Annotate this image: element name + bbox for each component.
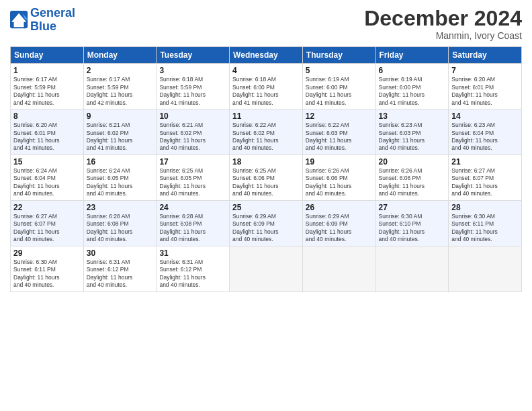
- calendar-cell-day-23: 23Sunrise: 6:28 AM Sunset: 6:08 PM Dayli…: [83, 200, 157, 246]
- empty-cell: [302, 246, 375, 291]
- day-info: Sunrise: 6:19 AM Sunset: 6:00 PM Dayligh…: [306, 76, 373, 107]
- month-title: December 2024: [364, 7, 522, 30]
- day-number: 19: [306, 157, 373, 167]
- calendar-cell-day-22: 22Sunrise: 6:27 AM Sunset: 6:07 PM Dayli…: [11, 200, 84, 246]
- logo-icon: [10, 11, 29, 30]
- logo-line1: General: [30, 6, 75, 19]
- calendar-cell-day-9: 9Sunrise: 6:21 AM Sunset: 6:02 PM Daylig…: [83, 109, 157, 155]
- calendar-cell-day-1: 1Sunrise: 6:17 AM Sunset: 5:59 PM Daylig…: [11, 64, 84, 109]
- title-block: December 2024 Manmin, Ivory Coast: [364, 7, 522, 41]
- day-number: 25: [232, 203, 300, 212]
- day-info: Sunrise: 6:30 AM Sunset: 6:11 PM Dayligh…: [451, 213, 519, 244]
- day-info: Sunrise: 6:29 AM Sunset: 6:09 PM Dayligh…: [306, 213, 373, 244]
- page: General Blue December 2024 Manmin, Ivory…: [0, 0, 532, 411]
- calendar-cell-day-28: 28Sunrise: 6:30 AM Sunset: 6:11 PM Dayli…: [449, 200, 522, 246]
- day-info: Sunrise: 6:24 AM Sunset: 6:05 PM Dayligh…: [87, 167, 154, 198]
- day-info: Sunrise: 6:25 AM Sunset: 6:05 PM Dayligh…: [159, 167, 226, 198]
- day-info: Sunrise: 6:31 AM Sunset: 6:12 PM Dayligh…: [159, 259, 226, 289]
- calendar-body: 1Sunrise: 6:17 AM Sunset: 5:59 PM Daylig…: [11, 64, 522, 291]
- header: General Blue December 2024 Manmin, Ivory…: [10, 7, 522, 41]
- calendar-cell-day-24: 24Sunrise: 6:28 AM Sunset: 6:08 PM Dayli…: [157, 200, 230, 246]
- calendar-header-saturday: Saturday: [449, 47, 522, 64]
- calendar-header-thursday: Thursday: [302, 47, 375, 64]
- empty-cell: [449, 246, 522, 291]
- day-info: Sunrise: 6:27 AM Sunset: 6:07 PM Dayligh…: [451, 167, 519, 198]
- day-info: Sunrise: 6:21 AM Sunset: 6:02 PM Dayligh…: [159, 122, 226, 152]
- day-number: 26: [306, 203, 373, 212]
- day-info: Sunrise: 6:31 AM Sunset: 6:12 PM Dayligh…: [87, 259, 154, 289]
- day-number: 30: [87, 248, 154, 258]
- calendar-cell-day-30: 30Sunrise: 6:31 AM Sunset: 6:12 PM Dayli…: [83, 246, 157, 291]
- day-number: 9: [87, 111, 154, 121]
- day-info: Sunrise: 6:26 AM Sunset: 6:06 PM Dayligh…: [306, 167, 373, 198]
- day-number: 18: [232, 157, 300, 167]
- day-info: Sunrise: 6:22 AM Sunset: 6:02 PM Dayligh…: [232, 122, 300, 152]
- calendar-cell-day-15: 15Sunrise: 6:24 AM Sunset: 6:04 PM Dayli…: [11, 154, 84, 200]
- logo-line2: Blue: [30, 19, 56, 33]
- day-number: 4: [232, 66, 300, 75]
- empty-cell: [375, 246, 449, 291]
- calendar-cell-day-17: 17Sunrise: 6:25 AM Sunset: 6:05 PM Dayli…: [157, 154, 230, 200]
- calendar-header-monday: Monday: [83, 47, 157, 64]
- calendar-cell-day-27: 27Sunrise: 6:30 AM Sunset: 6:10 PM Dayli…: [375, 200, 449, 246]
- day-info: Sunrise: 6:21 AM Sunset: 6:02 PM Dayligh…: [87, 122, 154, 152]
- calendar-cell-day-26: 26Sunrise: 6:29 AM Sunset: 6:09 PM Dayli…: [302, 200, 375, 246]
- empty-cell: [230, 246, 303, 291]
- day-number: 17: [159, 157, 226, 167]
- day-number: 23: [87, 203, 154, 212]
- day-number: 11: [232, 111, 300, 121]
- calendar-cell-day-19: 19Sunrise: 6:26 AM Sunset: 6:06 PM Dayli…: [302, 154, 375, 200]
- calendar-cell-day-12: 12Sunrise: 6:22 AM Sunset: 6:03 PM Dayli…: [302, 109, 375, 155]
- day-number: 22: [13, 203, 81, 212]
- calendar: SundayMondayTuesdayWednesdayThursdayFrid…: [10, 46, 522, 291]
- calendar-cell-day-14: 14Sunrise: 6:23 AM Sunset: 6:04 PM Dayli…: [449, 109, 522, 155]
- calendar-cell-day-3: 3Sunrise: 6:18 AM Sunset: 5:59 PM Daylig…: [157, 64, 230, 109]
- calendar-cell-day-6: 6Sunrise: 6:19 AM Sunset: 6:00 PM Daylig…: [375, 64, 449, 109]
- day-info: Sunrise: 6:23 AM Sunset: 6:03 PM Dayligh…: [379, 122, 446, 152]
- day-info: Sunrise: 6:24 AM Sunset: 6:04 PM Dayligh…: [13, 167, 81, 198]
- calendar-cell-day-13: 13Sunrise: 6:23 AM Sunset: 6:03 PM Dayli…: [375, 109, 449, 155]
- calendar-cell-day-31: 31Sunrise: 6:31 AM Sunset: 6:12 PM Dayli…: [157, 246, 230, 291]
- calendar-cell-day-21: 21Sunrise: 6:27 AM Sunset: 6:07 PM Dayli…: [449, 154, 522, 200]
- calendar-header-row: SundayMondayTuesdayWednesdayThursdayFrid…: [11, 47, 522, 64]
- day-number: 1: [13, 66, 81, 75]
- day-number: 28: [451, 203, 519, 212]
- day-info: Sunrise: 6:26 AM Sunset: 6:06 PM Dayligh…: [379, 167, 446, 198]
- day-info: Sunrise: 6:17 AM Sunset: 5:59 PM Dayligh…: [13, 76, 81, 107]
- day-info: Sunrise: 6:23 AM Sunset: 6:04 PM Dayligh…: [451, 122, 519, 152]
- calendar-cell-day-10: 10Sunrise: 6:21 AM Sunset: 6:02 PM Dayli…: [157, 109, 230, 155]
- day-number: 2: [87, 66, 154, 75]
- calendar-header-friday: Friday: [375, 47, 449, 64]
- day-info: Sunrise: 6:28 AM Sunset: 6:08 PM Dayligh…: [87, 213, 154, 244]
- calendar-cell-day-2: 2Sunrise: 6:17 AM Sunset: 5:59 PM Daylig…: [83, 64, 157, 109]
- day-info: Sunrise: 6:22 AM Sunset: 6:03 PM Dayligh…: [306, 122, 373, 152]
- logo-text: General Blue: [30, 7, 75, 34]
- calendar-cell-day-18: 18Sunrise: 6:25 AM Sunset: 6:06 PM Dayli…: [230, 154, 303, 200]
- day-number: 12: [306, 111, 373, 121]
- calendar-cell-day-29: 29Sunrise: 6:30 AM Sunset: 6:11 PM Dayli…: [11, 246, 84, 291]
- location: Manmin, Ivory Coast: [364, 30, 522, 41]
- day-number: 15: [13, 157, 81, 167]
- day-info: Sunrise: 6:17 AM Sunset: 5:59 PM Dayligh…: [87, 76, 154, 107]
- day-number: 3: [159, 66, 226, 75]
- calendar-week-row: 29Sunrise: 6:30 AM Sunset: 6:11 PM Dayli…: [11, 246, 522, 291]
- day-number: 27: [379, 203, 446, 212]
- day-info: Sunrise: 6:27 AM Sunset: 6:07 PM Dayligh…: [13, 213, 81, 244]
- day-info: Sunrise: 6:19 AM Sunset: 6:00 PM Dayligh…: [379, 76, 446, 107]
- calendar-cell-day-25: 25Sunrise: 6:29 AM Sunset: 6:09 PM Dayli…: [230, 200, 303, 246]
- day-number: 16: [87, 157, 154, 167]
- calendar-cell-day-4: 4Sunrise: 6:18 AM Sunset: 6:00 PM Daylig…: [230, 64, 303, 109]
- day-number: 7: [451, 66, 519, 75]
- day-info: Sunrise: 6:30 AM Sunset: 6:11 PM Dayligh…: [13, 259, 81, 289]
- calendar-cell-day-5: 5Sunrise: 6:19 AM Sunset: 6:00 PM Daylig…: [302, 64, 375, 109]
- calendar-week-row: 1Sunrise: 6:17 AM Sunset: 5:59 PM Daylig…: [11, 64, 522, 109]
- day-number: 5: [306, 66, 373, 75]
- day-number: 29: [13, 248, 81, 258]
- day-info: Sunrise: 6:18 AM Sunset: 6:00 PM Dayligh…: [232, 76, 300, 107]
- day-info: Sunrise: 6:20 AM Sunset: 6:01 PM Dayligh…: [451, 76, 519, 107]
- calendar-week-row: 15Sunrise: 6:24 AM Sunset: 6:04 PM Dayli…: [11, 154, 522, 200]
- calendar-week-row: 22Sunrise: 6:27 AM Sunset: 6:07 PM Dayli…: [11, 200, 522, 246]
- day-info: Sunrise: 6:25 AM Sunset: 6:06 PM Dayligh…: [232, 167, 300, 198]
- calendar-cell-day-16: 16Sunrise: 6:24 AM Sunset: 6:05 PM Dayli…: [83, 154, 157, 200]
- calendar-cell-day-8: 8Sunrise: 6:20 AM Sunset: 6:01 PM Daylig…: [11, 109, 84, 155]
